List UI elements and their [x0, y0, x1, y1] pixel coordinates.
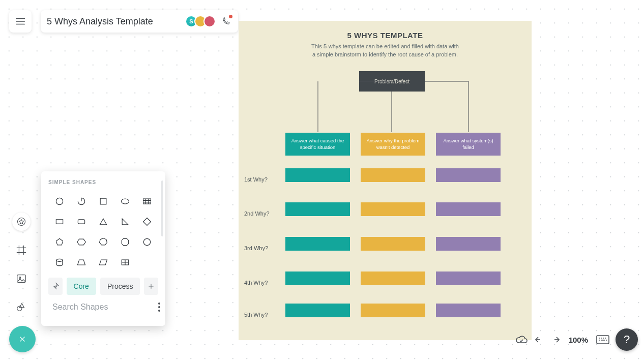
- cell-r5-c3[interactable]: [436, 304, 501, 317]
- plus-icon: [147, 282, 155, 290]
- cell-r4-c2[interactable]: [361, 272, 425, 285]
- shape-square[interactable]: [92, 191, 114, 212]
- shape-rectangle[interactable]: [48, 212, 70, 232]
- shape-blank: [136, 252, 158, 273]
- svg-rect-7: [143, 199, 151, 204]
- star-circle-icon: [16, 217, 26, 227]
- row-label-4: 4th Why?: [244, 280, 280, 286]
- column-header-1[interactable]: Answer what caused the specific situatio…: [285, 133, 350, 156]
- shape-grid[interactable]: [114, 252, 136, 273]
- svg-point-6: [122, 199, 129, 204]
- canvas-document[interactable]: 5 WHYS TEMPLATE This 5-whys template can…: [239, 21, 532, 340]
- shape-right-triangle[interactable]: [114, 212, 136, 232]
- shape-ellipse[interactable]: [114, 191, 136, 212]
- pin-button[interactable]: [48, 278, 63, 295]
- cell-r5-c1[interactable]: [285, 304, 350, 317]
- notification-dot-icon: [229, 15, 232, 18]
- zoom-level[interactable]: 100%: [567, 336, 590, 344]
- shape-cylinder[interactable]: [48, 252, 70, 273]
- cell-r3-c2[interactable]: [361, 237, 425, 251]
- svg-rect-5: [100, 198, 106, 204]
- shapes-panel-title: SIMPLE SHAPES: [48, 179, 158, 185]
- cell-r5-c2[interactable]: [361, 304, 425, 317]
- shape-pentagon[interactable]: [48, 232, 70, 252]
- svg-point-4: [56, 198, 63, 204]
- svg-rect-9: [78, 220, 84, 224]
- close-panel-button[interactable]: [9, 326, 36, 352]
- tab-core[interactable]: Core: [67, 278, 96, 295]
- shape-circle[interactable]: [48, 191, 70, 212]
- row-label-3: 3rd Why?: [244, 245, 280, 251]
- shape-octagon[interactable]: [114, 232, 136, 252]
- tool-rail: [12, 213, 31, 316]
- collaborators: S: [185, 15, 216, 27]
- hamburger-icon: [15, 16, 26, 27]
- frame-tool-button[interactable]: [12, 241, 31, 259]
- keyboard-shortcuts-button[interactable]: [596, 335, 609, 344]
- title-bar: 5 Whys Analysis Template S: [41, 10, 238, 33]
- close-icon: [18, 335, 27, 344]
- pin-icon: [51, 282, 60, 290]
- shape-rounded-rect[interactable]: [70, 212, 92, 232]
- add-category-button[interactable]: [144, 278, 158, 295]
- undo-icon: [534, 335, 544, 344]
- shapes-icon: [16, 301, 27, 313]
- shape-arc[interactable]: [70, 191, 92, 212]
- shapes-panel: SIMPLE SHAPES Core Process: [41, 171, 165, 326]
- frame-icon: [16, 245, 27, 256]
- cell-r4-c1[interactable]: [285, 272, 350, 285]
- image-tool-button[interactable]: [12, 269, 31, 288]
- document-title[interactable]: 5 Whys Analysis Template: [47, 16, 185, 27]
- row-label-1: 1st Why?: [244, 176, 280, 183]
- shape-trapezoid[interactable]: [70, 252, 92, 273]
- tab-process[interactable]: Process: [100, 278, 140, 295]
- redo-button[interactable]: [550, 335, 561, 344]
- shape-nonagon[interactable]: [136, 232, 158, 252]
- help-button[interactable]: ?: [616, 328, 638, 351]
- more-options-button[interactable]: [158, 303, 160, 312]
- diagram-title: 5 WHYS TEMPLATE: [239, 21, 532, 40]
- svg-rect-1: [17, 275, 26, 283]
- shape-table[interactable]: [136, 191, 158, 212]
- column-header-3[interactable]: Answer what system(s) failed: [436, 133, 501, 156]
- diagram-subtitle: This 5-whys template can be edited and f…: [239, 43, 532, 59]
- main-menu-button[interactable]: [9, 10, 32, 33]
- shape-heptagon[interactable]: [92, 232, 114, 252]
- cell-r1-c2[interactable]: [361, 168, 425, 182]
- shape-search: [48, 302, 158, 312]
- cell-r4-c3[interactable]: [436, 272, 501, 285]
- svg-rect-8: [56, 220, 63, 224]
- image-icon: [16, 273, 27, 284]
- cloud-sync-button[interactable]: [515, 335, 528, 345]
- svg-point-11: [56, 259, 63, 261]
- shape-parallelogram[interactable]: [92, 252, 114, 273]
- shape-category-tabs: Core Process: [48, 278, 158, 295]
- shapes-tool-button[interactable]: [12, 298, 31, 316]
- connector-lines: [315, 71, 473, 133]
- cell-r2-c3[interactable]: [436, 202, 501, 216]
- cell-r1-c1[interactable]: [285, 168, 350, 182]
- avatar-3[interactable]: [203, 15, 216, 27]
- undo-button[interactable]: [534, 335, 544, 344]
- cell-r3-c1[interactable]: [285, 237, 350, 251]
- search-input[interactable]: [52, 303, 154, 312]
- cell-r1-c3[interactable]: [436, 168, 501, 182]
- shape-grid: [48, 191, 158, 273]
- shape-diamond[interactable]: [136, 212, 158, 232]
- svg-rect-14: [597, 336, 609, 344]
- column-header-2[interactable]: Answer why the problem wasn't detected: [361, 133, 425, 156]
- redo-icon: [550, 335, 561, 344]
- call-button[interactable]: [220, 15, 232, 27]
- status-bar: 100% ?: [515, 328, 638, 351]
- svg-point-10: [144, 238, 151, 245]
- panel-scrollbar[interactable]: [161, 180, 163, 236]
- shape-hexagon[interactable]: [70, 232, 92, 252]
- star-tool-button[interactable]: [12, 213, 31, 231]
- cell-r3-c3[interactable]: [436, 237, 501, 251]
- svg-point-3: [17, 306, 22, 311]
- phone-icon: [221, 17, 230, 26]
- cell-r2-c1[interactable]: [285, 202, 350, 216]
- shape-triangle[interactable]: [92, 212, 114, 232]
- cell-r2-c2[interactable]: [361, 202, 425, 216]
- svg-point-2: [19, 277, 21, 279]
